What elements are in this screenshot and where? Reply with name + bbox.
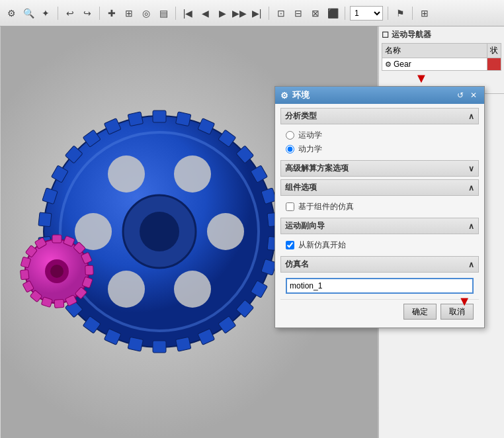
new-sim-option[interactable]: 从新仿真开始 <box>286 240 474 251</box>
sim-name-content: motion_1 ▼ <box>280 275 479 296</box>
dynamics-label: 动力学 <box>298 144 322 155</box>
toolbar-btn-5[interactable]: ⊞ <box>122 6 136 21</box>
sep5 <box>345 7 345 20</box>
titlebar-icons: ↺ ✕ <box>455 90 479 101</box>
navigator-table: 名称 状 ⚙ Gear <box>382 43 501 71</box>
sim-name-header[interactable]: 仿真名 <box>280 256 479 273</box>
component-options-label: 组件选项 <box>285 182 317 193</box>
new-sim-label: 从新仿真开始 <box>298 240 346 251</box>
toolbar-btn-12[interactable]: ⚑ <box>393 6 407 21</box>
dialog-body: 分析类型 运动学 动力学 <box>275 104 484 328</box>
sep4 <box>269 7 269 20</box>
sep3 <box>175 7 176 20</box>
kinematics-radio[interactable] <box>286 131 294 140</box>
toolbar-btn-next-end[interactable]: ▶| <box>249 6 264 21</box>
svg-rect-42 <box>52 235 62 243</box>
motion-guide-chevron <box>468 222 474 231</box>
toolbar-btn-10[interactable]: ⊠ <box>308 6 323 21</box>
component-sim-label: 基于组件的仿真 <box>298 201 354 212</box>
analysis-type-header[interactable]: 分析类型 <box>280 108 479 124</box>
svg-point-37 <box>174 271 211 308</box>
svg-point-35 <box>108 271 145 308</box>
toolbar-btn-prev[interactable]: ◀ <box>198 6 212 21</box>
toolbar: ⚙ 🔍 ✦ ↩ ↪ ✚ ⊞ ◎ ▤ |◀ ◀ ▶ ▶▶ ▶| ⊡ ⊟ ⊠ ⬛ 1… <box>0 0 504 26</box>
advanced-solver-chevron <box>468 164 474 173</box>
svg-rect-31 <box>128 112 143 126</box>
svg-point-38 <box>174 155 211 193</box>
analysis-radio-group: 运动学 动力学 <box>286 130 474 155</box>
nav-arrow: ▼ <box>415 71 428 86</box>
toolbar-btn-9[interactable]: ⊟ <box>291 6 306 21</box>
dialog-buttons: 确定 取消 <box>280 299 479 324</box>
main-area: ☐ 运动导航器 名称 状 ⚙ Gear <box>0 26 504 438</box>
toolbar-btn-redo[interactable]: ↪ <box>80 6 95 21</box>
motion-navigator: ☐ 运动导航器 名称 状 ⚙ Gear <box>379 26 504 94</box>
advanced-solver-label: 高级解算方案选项 <box>285 163 349 174</box>
advanced-solver-header[interactable]: 高级解算方案选项 <box>280 160 479 177</box>
sim-name-chevron <box>468 260 474 269</box>
svg-rect-25 <box>38 212 52 227</box>
svg-rect-3 <box>176 112 191 126</box>
gear-node-icon: ⚙ <box>385 60 392 69</box>
motion-guide-content: 从新仿真开始 <box>280 237 479 253</box>
sep6 <box>388 7 388 20</box>
dialog-titlebar: ⚙ 环境 ↺ ✕ <box>275 87 484 104</box>
kinematics-option[interactable]: 运动学 <box>286 130 474 141</box>
gear-name-cell: ⚙ Gear <box>382 58 487 71</box>
gear-title-icon: ⚙ <box>280 91 288 101</box>
svg-rect-46 <box>85 265 93 275</box>
toolbar-btn-play[interactable]: ▶ <box>215 6 230 21</box>
ok-button[interactable]: 确定 <box>403 304 437 320</box>
toolbar-btn-next[interactable]: ▶▶ <box>232 6 247 21</box>
component-options-content: 基于组件的仿真 <box>280 198 479 215</box>
toolbar-btn-layout[interactable]: ⊞ <box>417 6 432 21</box>
motion-guide-checkbox-group: 从新仿真开始 <box>286 240 474 251</box>
svg-rect-16 <box>176 337 191 351</box>
svg-point-36 <box>108 155 145 193</box>
dynamics-option[interactable]: 动力学 <box>286 144 474 155</box>
svg-rect-54 <box>21 270 29 280</box>
sep2 <box>99 7 100 20</box>
sim-name-label: 仿真名 <box>285 259 309 270</box>
nav-checkbox-icon: ☐ <box>382 30 389 40</box>
toolbar-btn-6[interactable]: ◎ <box>139 6 153 21</box>
svg-rect-2 <box>153 110 166 122</box>
toolbar-btn-3[interactable]: ✦ <box>38 6 53 21</box>
svg-rect-50 <box>54 299 64 308</box>
sim-name-input[interactable]: motion_1 <box>286 278 474 294</box>
dialog-close-btn[interactable]: ✕ <box>468 90 479 101</box>
component-options-chevron <box>468 183 474 193</box>
svg-point-33 <box>140 212 179 251</box>
new-sim-checkbox[interactable] <box>286 241 294 249</box>
toolbar-btn-1[interactable]: ⚙ <box>4 6 19 21</box>
toolbar-btn-undo[interactable]: ↩ <box>63 6 77 21</box>
toolbar-btn-8[interactable]: ⊡ <box>274 6 288 21</box>
component-sim-option[interactable]: 基于组件的仿真 <box>286 201 474 212</box>
kinematics-label: 运动学 <box>298 130 322 141</box>
sep1 <box>58 7 58 20</box>
component-sim-checkbox[interactable] <box>286 202 294 211</box>
toolbar-btn-prev-end[interactable]: |◀ <box>181 6 195 21</box>
svg-rect-17 <box>153 341 166 353</box>
table-row[interactable]: ⚙ Gear <box>382 58 501 71</box>
svg-point-34 <box>207 213 244 250</box>
dynamics-radio[interactable] <box>286 145 294 153</box>
dialog-refresh-btn[interactable]: ↺ <box>455 90 466 101</box>
dialog-title: 环境 <box>292 89 310 101</box>
analysis-type-content: 运动学 动力学 <box>280 127 479 157</box>
col-name-header: 名称 <box>382 44 487 58</box>
input-arrow: ▼ <box>458 294 471 309</box>
svg-rect-18 <box>128 337 143 351</box>
toolbar-btn-2[interactable]: 🔍 <box>21 6 36 21</box>
analysis-type-chevron <box>468 112 474 121</box>
motion-guide-label: 运动副向导 <box>285 220 325 232</box>
toolbar-btn-7[interactable]: ▤ <box>156 6 171 21</box>
component-options-header[interactable]: 组件选项 <box>280 179 479 196</box>
toolbar-btn-11[interactable]: ⬛ <box>325 6 340 21</box>
frame-dropdown[interactable]: 1 <box>350 6 383 21</box>
analysis-type-label: 分析类型 <box>285 110 317 122</box>
svg-point-59 <box>50 265 63 278</box>
motion-guide-header[interactable]: 运动副向导 <box>280 218 479 234</box>
toolbar-btn-4[interactable]: ✚ <box>105 6 119 21</box>
sep7 <box>412 7 413 20</box>
